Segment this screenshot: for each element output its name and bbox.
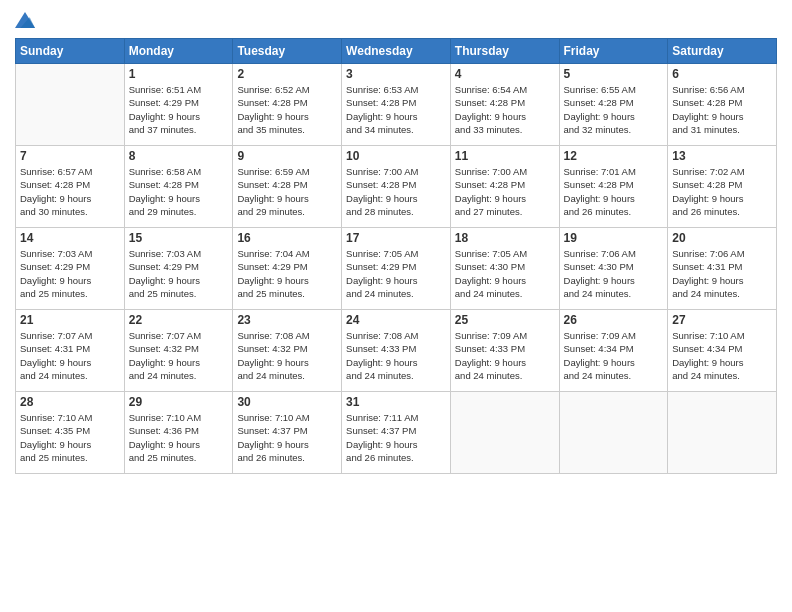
day-number: 6 — [672, 67, 772, 81]
day-number: 26 — [564, 313, 664, 327]
calendar-cell: 8Sunrise: 6:58 AM Sunset: 4:28 PM Daylig… — [124, 146, 233, 228]
calendar-cell — [559, 392, 668, 474]
calendar-cell: 30Sunrise: 7:10 AM Sunset: 4:37 PM Dayli… — [233, 392, 342, 474]
day-info: Sunrise: 7:03 AM Sunset: 4:29 PM Dayligh… — [129, 247, 229, 300]
day-number: 1 — [129, 67, 229, 81]
calendar-cell — [16, 64, 125, 146]
logo-icon — [15, 10, 35, 30]
day-info: Sunrise: 7:08 AM Sunset: 4:33 PM Dayligh… — [346, 329, 446, 382]
calendar-header: SundayMondayTuesdayWednesdayThursdayFrid… — [16, 39, 777, 64]
day-info: Sunrise: 6:54 AM Sunset: 4:28 PM Dayligh… — [455, 83, 555, 136]
day-number: 12 — [564, 149, 664, 163]
weekday-header-tuesday: Tuesday — [233, 39, 342, 64]
day-number: 13 — [672, 149, 772, 163]
day-info: Sunrise: 7:10 AM Sunset: 4:37 PM Dayligh… — [237, 411, 337, 464]
day-number: 14 — [20, 231, 120, 245]
day-info: Sunrise: 6:58 AM Sunset: 4:28 PM Dayligh… — [129, 165, 229, 218]
calendar-cell: 12Sunrise: 7:01 AM Sunset: 4:28 PM Dayli… — [559, 146, 668, 228]
calendar-cell: 15Sunrise: 7:03 AM Sunset: 4:29 PM Dayli… — [124, 228, 233, 310]
day-info: Sunrise: 7:00 AM Sunset: 4:28 PM Dayligh… — [346, 165, 446, 218]
day-info: Sunrise: 6:56 AM Sunset: 4:28 PM Dayligh… — [672, 83, 772, 136]
day-number: 30 — [237, 395, 337, 409]
calendar-cell: 9Sunrise: 6:59 AM Sunset: 4:28 PM Daylig… — [233, 146, 342, 228]
weekday-header-row: SundayMondayTuesdayWednesdayThursdayFrid… — [16, 39, 777, 64]
day-number: 16 — [237, 231, 337, 245]
page-container: SundayMondayTuesdayWednesdayThursdayFrid… — [0, 0, 792, 612]
calendar-cell: 6Sunrise: 6:56 AM Sunset: 4:28 PM Daylig… — [668, 64, 777, 146]
calendar-cell: 26Sunrise: 7:09 AM Sunset: 4:34 PM Dayli… — [559, 310, 668, 392]
calendar-cell: 17Sunrise: 7:05 AM Sunset: 4:29 PM Dayli… — [342, 228, 451, 310]
day-info: Sunrise: 6:51 AM Sunset: 4:29 PM Dayligh… — [129, 83, 229, 136]
day-number: 15 — [129, 231, 229, 245]
weekday-header-wednesday: Wednesday — [342, 39, 451, 64]
day-info: Sunrise: 6:55 AM Sunset: 4:28 PM Dayligh… — [564, 83, 664, 136]
day-number: 19 — [564, 231, 664, 245]
day-number: 28 — [20, 395, 120, 409]
calendar-cell: 4Sunrise: 6:54 AM Sunset: 4:28 PM Daylig… — [450, 64, 559, 146]
day-number: 21 — [20, 313, 120, 327]
day-number: 20 — [672, 231, 772, 245]
calendar-week-5: 28Sunrise: 7:10 AM Sunset: 4:35 PM Dayli… — [16, 392, 777, 474]
header — [15, 10, 777, 30]
day-info: Sunrise: 7:00 AM Sunset: 4:28 PM Dayligh… — [455, 165, 555, 218]
day-info: Sunrise: 7:07 AM Sunset: 4:32 PM Dayligh… — [129, 329, 229, 382]
logo — [15, 10, 39, 30]
day-number: 31 — [346, 395, 446, 409]
calendar-cell: 21Sunrise: 7:07 AM Sunset: 4:31 PM Dayli… — [16, 310, 125, 392]
calendar-cell: 2Sunrise: 6:52 AM Sunset: 4:28 PM Daylig… — [233, 64, 342, 146]
calendar-cell: 3Sunrise: 6:53 AM Sunset: 4:28 PM Daylig… — [342, 64, 451, 146]
day-info: Sunrise: 7:10 AM Sunset: 4:36 PM Dayligh… — [129, 411, 229, 464]
calendar-cell: 16Sunrise: 7:04 AM Sunset: 4:29 PM Dayli… — [233, 228, 342, 310]
day-number: 17 — [346, 231, 446, 245]
day-number: 23 — [237, 313, 337, 327]
weekday-header-monday: Monday — [124, 39, 233, 64]
calendar-cell: 14Sunrise: 7:03 AM Sunset: 4:29 PM Dayli… — [16, 228, 125, 310]
calendar-cell: 18Sunrise: 7:05 AM Sunset: 4:30 PM Dayli… — [450, 228, 559, 310]
day-info: Sunrise: 7:05 AM Sunset: 4:30 PM Dayligh… — [455, 247, 555, 300]
day-info: Sunrise: 7:06 AM Sunset: 4:30 PM Dayligh… — [564, 247, 664, 300]
calendar-cell: 24Sunrise: 7:08 AM Sunset: 4:33 PM Dayli… — [342, 310, 451, 392]
weekday-header-thursday: Thursday — [450, 39, 559, 64]
day-info: Sunrise: 7:09 AM Sunset: 4:34 PM Dayligh… — [564, 329, 664, 382]
day-info: Sunrise: 6:52 AM Sunset: 4:28 PM Dayligh… — [237, 83, 337, 136]
calendar-cell: 13Sunrise: 7:02 AM Sunset: 4:28 PM Dayli… — [668, 146, 777, 228]
day-info: Sunrise: 7:01 AM Sunset: 4:28 PM Dayligh… — [564, 165, 664, 218]
day-info: Sunrise: 7:07 AM Sunset: 4:31 PM Dayligh… — [20, 329, 120, 382]
calendar-cell: 7Sunrise: 6:57 AM Sunset: 4:28 PM Daylig… — [16, 146, 125, 228]
day-info: Sunrise: 6:57 AM Sunset: 4:28 PM Dayligh… — [20, 165, 120, 218]
calendar-week-1: 1Sunrise: 6:51 AM Sunset: 4:29 PM Daylig… — [16, 64, 777, 146]
calendar-cell: 19Sunrise: 7:06 AM Sunset: 4:30 PM Dayli… — [559, 228, 668, 310]
calendar-week-4: 21Sunrise: 7:07 AM Sunset: 4:31 PM Dayli… — [16, 310, 777, 392]
calendar-cell: 22Sunrise: 7:07 AM Sunset: 4:32 PM Dayli… — [124, 310, 233, 392]
calendar-body: 1Sunrise: 6:51 AM Sunset: 4:29 PM Daylig… — [16, 64, 777, 474]
calendar-cell: 5Sunrise: 6:55 AM Sunset: 4:28 PM Daylig… — [559, 64, 668, 146]
day-number: 3 — [346, 67, 446, 81]
day-info: Sunrise: 7:10 AM Sunset: 4:35 PM Dayligh… — [20, 411, 120, 464]
day-info: Sunrise: 7:06 AM Sunset: 4:31 PM Dayligh… — [672, 247, 772, 300]
day-number: 7 — [20, 149, 120, 163]
day-number: 18 — [455, 231, 555, 245]
calendar-cell — [668, 392, 777, 474]
calendar-cell: 11Sunrise: 7:00 AM Sunset: 4:28 PM Dayli… — [450, 146, 559, 228]
calendar-cell: 20Sunrise: 7:06 AM Sunset: 4:31 PM Dayli… — [668, 228, 777, 310]
weekday-header-sunday: Sunday — [16, 39, 125, 64]
day-number: 22 — [129, 313, 229, 327]
day-number: 24 — [346, 313, 446, 327]
weekday-header-friday: Friday — [559, 39, 668, 64]
day-number: 10 — [346, 149, 446, 163]
day-number: 8 — [129, 149, 229, 163]
day-info: Sunrise: 7:03 AM Sunset: 4:29 PM Dayligh… — [20, 247, 120, 300]
day-info: Sunrise: 6:59 AM Sunset: 4:28 PM Dayligh… — [237, 165, 337, 218]
day-number: 9 — [237, 149, 337, 163]
day-info: Sunrise: 7:09 AM Sunset: 4:33 PM Dayligh… — [455, 329, 555, 382]
day-info: Sunrise: 7:08 AM Sunset: 4:32 PM Dayligh… — [237, 329, 337, 382]
calendar-week-2: 7Sunrise: 6:57 AM Sunset: 4:28 PM Daylig… — [16, 146, 777, 228]
calendar-cell: 29Sunrise: 7:10 AM Sunset: 4:36 PM Dayli… — [124, 392, 233, 474]
calendar-cell — [450, 392, 559, 474]
calendar-table: SundayMondayTuesdayWednesdayThursdayFrid… — [15, 38, 777, 474]
day-info: Sunrise: 7:04 AM Sunset: 4:29 PM Dayligh… — [237, 247, 337, 300]
calendar-week-3: 14Sunrise: 7:03 AM Sunset: 4:29 PM Dayli… — [16, 228, 777, 310]
calendar-cell: 27Sunrise: 7:10 AM Sunset: 4:34 PM Dayli… — [668, 310, 777, 392]
day-number: 4 — [455, 67, 555, 81]
calendar-cell: 28Sunrise: 7:10 AM Sunset: 4:35 PM Dayli… — [16, 392, 125, 474]
